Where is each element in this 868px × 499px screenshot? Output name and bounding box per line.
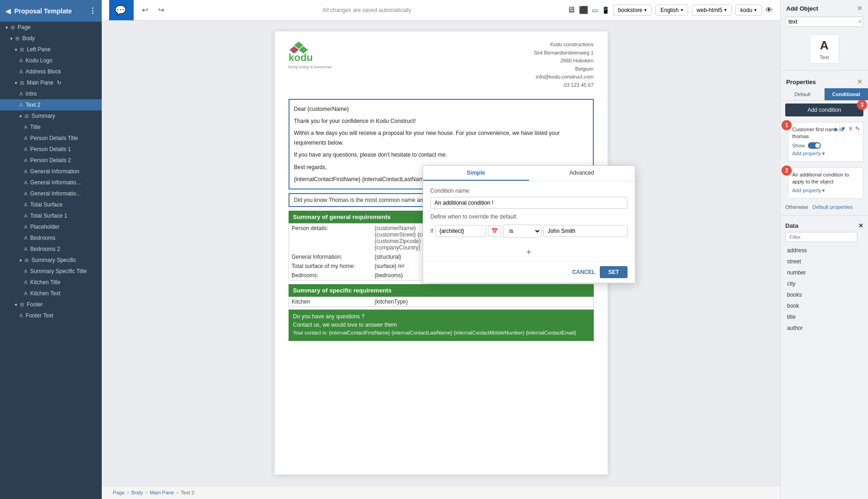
search-clear-icon[interactable]: ✕ — [858, 18, 862, 25]
sidebar-item-left-pane[interactable]: ▾⊞ Left Pane — [0, 44, 102, 55]
sidebar-item-kitchen-title[interactable]: A Kitchen Title — [0, 277, 102, 288]
store-dropdown[interactable]: bookstore — [613, 5, 652, 16]
letter-line-3: If you have any questions, please don't … — [294, 150, 588, 159]
data-item-book[interactable]: book — [781, 300, 868, 311]
move-up-icon[interactable]: ▲ — [832, 125, 838, 132]
user-dropdown[interactable]: kodu — [735, 5, 762, 16]
sidebar-item-person-details-title[interactable]: A Person Details Title — [0, 133, 102, 144]
data-item-number[interactable]: number — [781, 267, 868, 278]
sidebar-item-person-details-1[interactable]: A Person Details 1 — [0, 144, 102, 155]
sidebar-item-address-block[interactable]: A Address Block — [0, 66, 102, 77]
data-header: Data ✕ — [781, 219, 868, 231]
data-close[interactable]: ✕ — [858, 222, 863, 229]
canvas-area[interactable]: kodu living today & tomorrow Kodu constr… — [102, 20, 780, 486]
sidebar-menu-icon[interactable]: ⋮ — [89, 6, 96, 15]
compare-value-input[interactable] — [543, 225, 627, 237]
sidebar-label-summary-specific: Summary Specific — [31, 257, 76, 263]
sidebar-item-title[interactable]: A Title — [0, 122, 102, 133]
props-tab-default[interactable]: Default — [781, 88, 825, 100]
field-input[interactable] — [435, 225, 486, 237]
add-condition-row[interactable]: + — [423, 244, 635, 261]
sidebar-item-footer[interactable]: ▾⊞ Footer — [0, 299, 102, 310]
sidebar-item-footer-text[interactable]: A Footer Text — [0, 310, 102, 321]
props-tab-conditional[interactable]: Conditional — [825, 88, 868, 100]
add-object-close[interactable]: ✕ — [857, 5, 862, 12]
add-property-link-2[interactable]: Add property ▾ — [792, 188, 859, 194]
set-button[interactable]: SET — [600, 266, 627, 278]
add-property-link-1[interactable]: Add property ▾ — [792, 151, 859, 157]
show-toggle[interactable] — [808, 142, 821, 149]
operator-select[interactable]: is is not contains — [503, 225, 542, 237]
top-bar-right: 🖥 ⬛ ▭ 📱 bookstore English web-html5 kodu… — [567, 5, 773, 16]
calendar-icon[interactable]: 📅 — [488, 225, 501, 237]
properties-title: Properties — [786, 79, 816, 85]
sidebar-item-summary-specific-title[interactable]: A Summary Specific Title — [0, 266, 102, 277]
move-down-icon[interactable]: ▼ — [840, 125, 846, 132]
data-item-address[interactable]: address — [781, 245, 868, 256]
sidebar-item-kodu-logo[interactable]: A Kodu Logo — [0, 55, 102, 66]
refresh-icon[interactable]: ↻ — [57, 79, 62, 86]
edit-icon[interactable]: ✎ — [855, 125, 860, 132]
sidebar-item-body[interactable]: ▾⊞ Body — [0, 33, 102, 44]
condition-field-row: If 📅 is is not contains — [431, 225, 628, 237]
row-label: Kitchen — [289, 297, 372, 307]
popup-tab-advanced[interactable]: Advanced — [529, 166, 635, 181]
add-text-object[interactable]: A Text — [810, 34, 839, 64]
sidebar-item-main-pane[interactable]: ▾⊞ Main Pane↻ — [0, 77, 102, 88]
data-item-city[interactable]: city — [781, 278, 868, 289]
data-item-books[interactable]: books — [781, 289, 868, 300]
redo-button[interactable]: ↪ — [155, 4, 167, 16]
sidebar-item-page[interactable]: ▾⊞ Page — [0, 22, 102, 33]
sidebar-item-person-details-2[interactable]: A Person Details 2 — [0, 155, 102, 166]
letter-line-0: Dear {customerName} — [294, 104, 588, 114]
breadcrumb-main-pane[interactable]: Main Pane — [150, 490, 174, 495]
breadcrumb-body[interactable]: Body — [131, 490, 143, 495]
condition-name-input[interactable] — [431, 197, 628, 209]
sidebar-label-bedrooms: Bedrooms — [30, 235, 55, 241]
define-label: Define when to override the default — [431, 213, 628, 220]
sidebar-item-placeholder[interactable]: A Placeholder — [0, 221, 102, 232]
sidebar-item-bedrooms-2[interactable]: A Bedrooms 2 — [0, 243, 102, 255]
sidebar-label-kitchen-title: Kitchen Title — [30, 279, 60, 286]
properties-close[interactable]: ✕ — [857, 78, 862, 85]
breadcrumb-page[interactable]: Page — [113, 490, 125, 495]
sidebar-tree: ▾⊞ Page▾⊞ Body▾⊞ Left PaneA Kodu LogoA A… — [0, 22, 102, 321]
monitor-icon[interactable]: 🖥 — [567, 5, 575, 15]
sidebar-item-total-surface-1[interactable]: A Total Surface 1 — [0, 210, 102, 221]
sidebar-item-general-informatio2[interactable]: A General Informatio... — [0, 188, 102, 199]
popup-tab-simple[interactable]: Simple — [423, 166, 529, 181]
framework-dropdown[interactable]: web-html5 — [692, 5, 732, 16]
sidebar-label-page: Page — [18, 24, 31, 30]
auto-save-text: All changes are saved automatically — [172, 7, 561, 13]
sidebar-item-kitchen-text[interactable]: A Kitchen Text — [0, 288, 102, 299]
sidebar-item-summary-specific[interactable]: ▾⊞ Summary Specific — [0, 255, 102, 266]
cancel-button[interactable]: CANCEL — [572, 266, 595, 278]
sidebar-label-general-informatio1: General Informatio... — [30, 179, 80, 186]
show-label: Show — [792, 143, 805, 148]
right-panel: Add Object ✕ ✕ A Text Properties ✕ Defau… — [780, 0, 868, 499]
delete-icon[interactable]: ✕ — [848, 125, 853, 132]
address2: 2660 Hoboken — [534, 57, 593, 65]
language-dropdown[interactable]: English — [655, 5, 688, 16]
sidebar-item-total-surface[interactable]: A Total Surface — [0, 199, 102, 210]
sidebar-item-text2[interactable]: A Text 2 — [0, 99, 102, 110]
add-condition-button[interactable]: Add condition — [785, 103, 863, 116]
data-filter-input[interactable] — [785, 232, 857, 242]
add-object-search-input[interactable] — [788, 18, 858, 25]
back-arrow[interactable]: ◀ — [6, 7, 11, 15]
data-item-title[interactable]: title — [781, 311, 868, 323]
sidebar-item-general-information[interactable]: A General Information — [0, 166, 102, 177]
sidebar-label-main-pane: Main Pane — [27, 79, 53, 86]
sidebar-item-summary[interactable]: ▾⊞ Summary — [0, 110, 102, 122]
undo-button[interactable]: ↩ — [139, 4, 151, 16]
tablet2-icon[interactable]: ▭ — [592, 6, 598, 14]
tablet-icon[interactable]: ⬛ — [579, 6, 588, 14]
sidebar-item-intro[interactable]: A Intro — [0, 88, 102, 99]
sidebar-item-bedrooms[interactable]: A Bedrooms — [0, 232, 102, 243]
data-item-author[interactable]: author — [781, 323, 868, 334]
phone-icon[interactable]: 📱 — [602, 6, 609, 14]
data-item-street[interactable]: street — [781, 256, 868, 267]
sidebar-item-general-informatio1[interactable]: A General Informatio... — [0, 177, 102, 188]
eye-icon[interactable]: 👁 — [765, 6, 773, 14]
otherwise-link[interactable]: Default properties — [813, 204, 853, 210]
